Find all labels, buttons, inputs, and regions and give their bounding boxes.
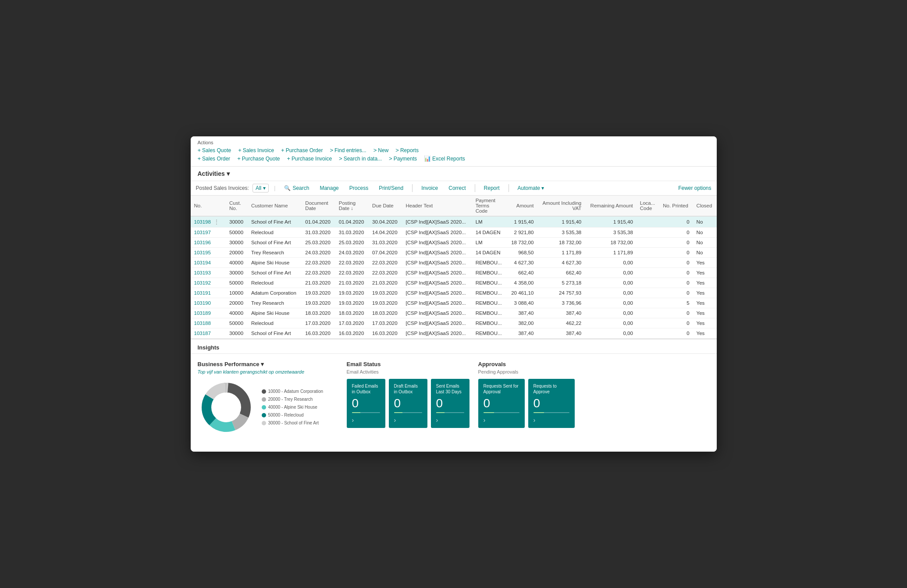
table-row[interactable]: 10319520000Trey Research24.03.202024.03.… bbox=[191, 248, 717, 258]
table-cell bbox=[637, 268, 659, 278]
table-cell: LM bbox=[472, 238, 507, 248]
table-cell: School of Fine Art bbox=[248, 268, 302, 278]
table-cell[interactable]: 103190 bbox=[191, 298, 226, 308]
table-cell: 21.03.2020 bbox=[335, 278, 369, 288]
table-row[interactable]: 10318730000School of Fine Art16.03.20201… bbox=[191, 328, 717, 339]
table-cell[interactable]: 103188 bbox=[191, 318, 226, 328]
row-menu[interactable]: ⋮ bbox=[212, 219, 221, 225]
donut-legend-item: 50000 - Relecloud bbox=[262, 411, 324, 419]
activities-section: Activities ▾ Posted Sales Invoices: All … bbox=[191, 167, 717, 339]
toolbar-divider-2 bbox=[475, 184, 475, 192]
invoice-link[interactable]: 103198 bbox=[194, 219, 211, 225]
table-cell[interactable]: 103192 bbox=[191, 278, 226, 288]
card-arrow[interactable]: › bbox=[352, 417, 380, 424]
actions-row-2: +Sales Order+Purchase Quote+Purchase Inv… bbox=[198, 155, 710, 162]
table-row[interactable]: 10319630000School of Fine Art25.03.20202… bbox=[191, 238, 717, 248]
card-arrow[interactable]: › bbox=[534, 417, 569, 424]
table-cell[interactable]: 103187 bbox=[191, 328, 226, 339]
table-cell[interactable]: 103193 bbox=[191, 268, 226, 278]
report-button[interactable]: Report bbox=[480, 184, 503, 192]
table-cell: 0 bbox=[659, 228, 693, 238]
approval-stat-card[interactable]: Requests Sent for Approval 0 › bbox=[478, 379, 525, 428]
email-stat-card[interactable]: Sent Emails Last 30 Days 0 › bbox=[431, 379, 470, 428]
table-cell: [CSP Ind][AX]SaaS 2020... bbox=[402, 258, 472, 268]
table-cell bbox=[637, 238, 659, 248]
action-item[interactable]: >Find entries... bbox=[330, 147, 366, 153]
correct-button[interactable]: Correct bbox=[445, 184, 469, 192]
table-row[interactable]: 10319020000Trey Research19.03.202019.03.… bbox=[191, 298, 717, 308]
action-item[interactable]: +Sales Quote bbox=[198, 147, 231, 153]
approvals-section: Approvals Pending Approvals Requests Sen… bbox=[478, 361, 575, 436]
actions-label: Actions bbox=[198, 140, 710, 145]
table-cell[interactable]: 103198 ⋮ bbox=[191, 216, 226, 228]
table-cell: REMBOU... bbox=[472, 328, 507, 339]
print-send-button[interactable]: Print/Send bbox=[375, 184, 407, 192]
table-cell: 462,22 bbox=[537, 318, 585, 328]
table-cell[interactable]: 103197 bbox=[191, 228, 226, 238]
action-item[interactable]: >Search in data... bbox=[339, 155, 382, 162]
action-item[interactable]: 📊Excel Reports bbox=[424, 155, 465, 162]
card-value: 0 bbox=[436, 397, 464, 410]
action-item[interactable]: +Sales Order bbox=[198, 155, 231, 162]
action-label: Purchase Invoice bbox=[292, 156, 332, 162]
table-cell: 4 358,00 bbox=[507, 278, 537, 288]
card-arrow[interactable]: › bbox=[436, 417, 464, 424]
invoice-button[interactable]: Invoice bbox=[418, 184, 441, 192]
table-cell: 5 bbox=[659, 298, 693, 308]
table-row[interactable]: 10319110000Adatum Corporation19.03.20201… bbox=[191, 288, 717, 298]
action-item[interactable]: +Purchase Quote bbox=[237, 155, 280, 162]
approval-stat-card[interactable]: Requests to Approve 0 › bbox=[528, 379, 575, 428]
table-cell bbox=[637, 308, 659, 318]
table-cell: Yes bbox=[693, 268, 717, 278]
action-item[interactable]: +Purchase Order bbox=[281, 147, 323, 153]
donut-legend-item: 30000 - School of Fine Art bbox=[262, 419, 324, 427]
table-row[interactable]: 10318850000Relecloud17.03.202017.03.2020… bbox=[191, 318, 717, 328]
table-cell[interactable]: 103191 bbox=[191, 288, 226, 298]
table-cell: 0 bbox=[659, 238, 693, 248]
action-item[interactable]: +Sales Invoice bbox=[238, 147, 274, 153]
table-row[interactable]: 10319250000Relecloud21.03.202021.03.2020… bbox=[191, 278, 717, 288]
toolbar: Posted Sales Invoices: All ▾ | 🔍 Search … bbox=[191, 181, 717, 196]
action-item[interactable]: >Reports bbox=[395, 147, 419, 153]
email-stat-card[interactable]: Draft Emails in Outbox 0 › bbox=[389, 379, 427, 428]
fewer-options-link[interactable]: Fewer options bbox=[678, 185, 711, 191]
table-cell[interactable]: 103196 bbox=[191, 238, 226, 248]
table-cell bbox=[637, 318, 659, 328]
table-row[interactable]: 10319440000Alpine Ski House22.03.202022.… bbox=[191, 258, 717, 268]
table-cell: 5 273,18 bbox=[537, 278, 585, 288]
table-cell: [CSP Ind][AX]SaaS 2020... bbox=[402, 308, 472, 318]
pending-approvals-label: Pending Approvals bbox=[478, 369, 575, 374]
table-cell: 25.03.2020 bbox=[335, 238, 369, 248]
table-cell[interactable]: 103195 bbox=[191, 248, 226, 258]
action-item[interactable]: +Purchase Invoice bbox=[287, 155, 332, 162]
donut-chart bbox=[198, 379, 255, 436]
table-row[interactable]: 10319330000School of Fine Art22.03.20202… bbox=[191, 268, 717, 278]
table-cell[interactable]: 103189 bbox=[191, 308, 226, 318]
table-row[interactable]: 10318940000Alpine Ski House18.03.202018.… bbox=[191, 308, 717, 318]
process-button[interactable]: Process bbox=[346, 184, 372, 192]
automate-button[interactable]: Automate ▾ bbox=[514, 184, 548, 192]
action-item[interactable]: >Payments bbox=[389, 155, 417, 162]
card-arrow[interactable]: › bbox=[484, 417, 519, 424]
table-cell bbox=[637, 248, 659, 258]
table-cell: REMBOU... bbox=[472, 298, 507, 308]
action-item[interactable]: >New bbox=[373, 147, 389, 153]
donut-legend-item: 40000 - Alpine Ski House bbox=[262, 403, 324, 411]
table-cell: No bbox=[693, 248, 717, 258]
table-row[interactable]: 10319750000Relecloud31.03.202031.03.2020… bbox=[191, 228, 717, 238]
table-cell: 0 bbox=[659, 278, 693, 288]
main-window: Actions +Sales Quote+Sales Invoice+Purch… bbox=[191, 136, 717, 452]
manage-button[interactable]: Manage bbox=[316, 184, 342, 192]
table-cell: 22.03.2020 bbox=[335, 258, 369, 268]
search-button[interactable]: 🔍 Search bbox=[281, 184, 313, 192]
table-cell[interactable]: 103194 bbox=[191, 258, 226, 268]
bp-chevron-icon[interactable]: ▾ bbox=[261, 361, 264, 367]
action-label: Payments bbox=[394, 156, 417, 162]
table-cell: [CSP Ind][AX]SaaS 2020... bbox=[402, 228, 472, 238]
donut-label: 10000 - Adatum Corporation bbox=[268, 388, 324, 396]
table-row[interactable]: 103198 ⋮30000School of Fine Art01.04.202… bbox=[191, 216, 717, 228]
email-stat-card[interactable]: Failed Emails in Outbox 0 › bbox=[347, 379, 385, 428]
filter-dropdown[interactable]: All ▾ bbox=[253, 184, 269, 192]
card-arrow[interactable]: › bbox=[394, 417, 422, 424]
table-cell: Adatum Corporation bbox=[248, 288, 302, 298]
